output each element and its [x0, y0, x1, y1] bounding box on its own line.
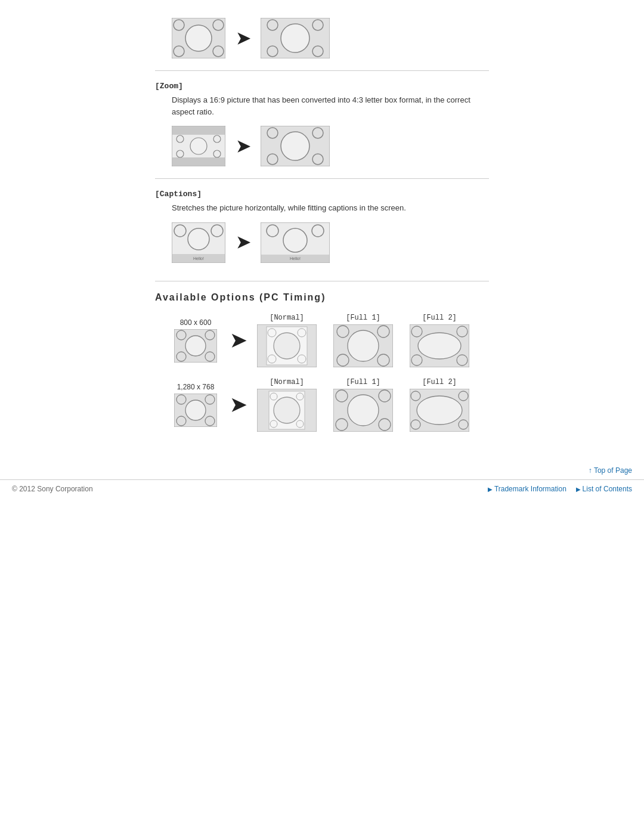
pc-full2-800-diagram	[410, 324, 469, 367]
copyright-text: © 2012 Sony Corporation	[12, 485, 93, 493]
dest-diagram-top	[261, 18, 330, 58]
svg-point-90	[417, 396, 462, 425]
zoom-description: Displays a 16:9 picture that has been co…	[172, 94, 489, 117]
arrow-icon-zoom: ➤	[236, 137, 250, 156]
svg-point-65	[418, 333, 461, 359]
up-arrow-icon: ↑	[589, 466, 594, 475]
zoom-source-diagram	[172, 126, 225, 166]
svg-point-5	[185, 25, 212, 51]
svg-point-74	[274, 397, 300, 423]
zoom-section: [Zoom] Displays a 16:9 picture that has …	[155, 70, 489, 178]
svg-point-71	[185, 400, 206, 420]
pc-full2-1280-diagram	[410, 389, 469, 432]
arrow-icon-captions: ➤	[236, 233, 250, 252]
captions-description: Stretches the picture horizontally, whil…	[172, 202, 489, 214]
pc-options-1280: [Normal] [Full 1]	[257, 378, 469, 432]
pc-row-1280: 1,280 x 768 ➤ [Normal]	[172, 378, 489, 432]
resolution-label-1280: 1,280 x 768	[172, 383, 219, 391]
top-of-page-link[interactable]: ↑ Top of Page	[589, 466, 632, 475]
svg-text:Hello!: Hello!	[290, 256, 301, 261]
list-of-contents-link[interactable]: List of Contents	[576, 485, 632, 493]
pc-full1-1280-diagram	[333, 389, 393, 432]
svg-rect-14	[172, 157, 225, 166]
captions-label: [Captions]	[155, 190, 489, 199]
pc-option-full1-800: [Full 1]	[333, 314, 393, 367]
pc-option-normal-1280: [Normal]	[257, 378, 317, 432]
zoom-dest-diagram	[261, 126, 330, 166]
svg-point-33	[188, 228, 209, 250]
svg-rect-13	[172, 126, 225, 135]
zoom-label: [Zoom]	[155, 82, 489, 91]
footer-bar: © 2012 Sony Corporation Trademark Inform…	[0, 479, 644, 498]
footer-links: Trademark Information List of Contents	[488, 485, 632, 493]
pc-timing-title: Available Options (PC Timing)	[155, 292, 489, 303]
pc-source-800	[174, 329, 217, 363]
pc-options-800: [Normal]	[257, 314, 469, 367]
pc-normal-800-diagram	[257, 324, 317, 367]
pc-full1-800-diagram	[333, 324, 393, 367]
arrow-icon-800: ➤	[230, 329, 246, 352]
arrow-icon-1280: ➤	[230, 394, 246, 416]
trademark-info-link[interactable]: Trademark Information	[488, 485, 566, 493]
captions-section: [Captions] Stretches the picture horizon…	[155, 178, 489, 275]
source-diagram-top	[172, 18, 225, 58]
svg-text:Hello!: Hello!	[193, 256, 204, 261]
top-of-page-bar: ↑ Top of Page	[0, 460, 644, 479]
svg-point-26	[281, 132, 309, 160]
svg-point-20	[190, 138, 207, 154]
svg-point-84	[348, 395, 379, 426]
svg-point-59	[348, 330, 379, 361]
pc-option-normal-800: [Normal]	[257, 314, 317, 367]
captions-dest-diagram: Hello!	[261, 222, 330, 263]
arrow-icon: ➤	[236, 29, 250, 48]
pc-timing-section: Available Options (PC Timing) 800 x 600	[155, 281, 489, 448]
pc-source-1280	[174, 394, 217, 427]
svg-point-46	[185, 336, 206, 356]
pc-row-800: 800 x 600 ➤ [Normal]	[172, 314, 489, 367]
svg-point-11	[281, 24, 309, 52]
resolution-label-800: 800 x 600	[172, 318, 219, 327]
svg-point-49	[274, 333, 300, 359]
pc-option-full1-1280: [Full 1]	[333, 378, 393, 432]
pc-option-full2-1280: [Full 2]	[410, 378, 469, 432]
svg-point-40	[283, 228, 307, 252]
pc-normal-1280-diagram	[257, 389, 317, 432]
pc-option-full2-800: [Full 2]	[410, 314, 469, 367]
captions-source-diagram: Hello!	[172, 222, 225, 263]
